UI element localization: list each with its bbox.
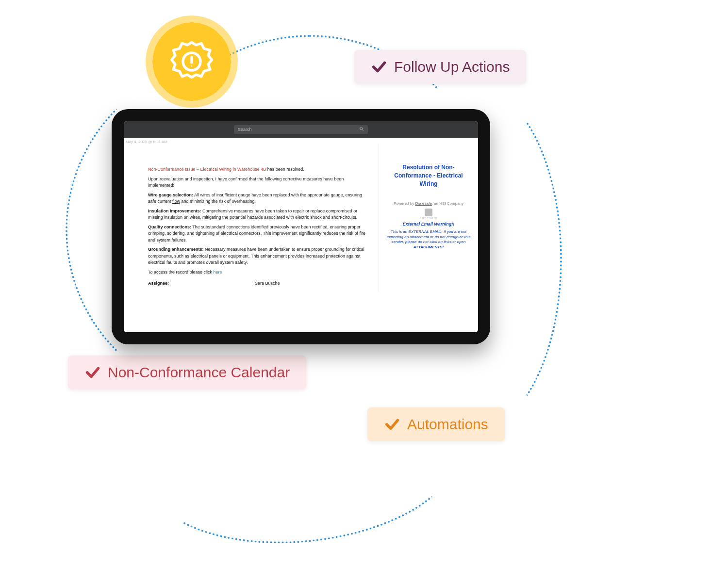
access-record-link[interactable]: here [214, 270, 222, 275]
nonconformance-calendar-card: Non-Conformance Calendar [68, 356, 306, 389]
shield-icon [425, 209, 432, 216]
title-line-2: Conformance - Electrical [394, 172, 463, 179]
gear-alert-icon [170, 40, 214, 83]
insulation-paragraph: Insulation improvements: Comprehensive m… [148, 208, 369, 221]
timestamp: May 4, 2023 @ 8:31 AM [124, 138, 478, 144]
assignee-row: Assignee: Sara Busche [148, 280, 369, 287]
insulation-label: Insulation improvements: [148, 209, 201, 213]
intro-line: Upon reevaluation and inspection, I have… [148, 176, 369, 189]
followup-actions-label: Follow Up Actions [394, 59, 510, 75]
title-line-3: Wiring [419, 180, 437, 187]
wire-gauge-paragraph: Wire gauge selection: All wires of insuf… [148, 192, 369, 205]
nonconformance-calendar-label: Non-Conformance Calendar [108, 364, 290, 381]
email-body: Non-Conformance Issue – Electrical Wirin… [124, 144, 379, 292]
wire-gauge-body-2: and minimizing the risk of overheating. [180, 199, 256, 204]
attachments-word: ATTACHMENTS! [414, 245, 444, 249]
access-record-line: To access the record please click here [148, 269, 369, 276]
external-email-warning-prefix: This is an EXTERNAL EMAIL. If you are no… [387, 229, 471, 244]
check-icon [84, 364, 101, 381]
app-topbar: Search [124, 121, 478, 138]
check-icon [384, 416, 400, 433]
powered-prefix: Powered by [394, 201, 415, 206]
assignee-label: Assignee: [148, 280, 255, 287]
donesafe-link[interactable]: Donesafe [415, 201, 431, 206]
brand-small-text: donesafe [385, 216, 472, 220]
quality-label: Quality connections: [148, 225, 191, 229]
dotted-arc-bottom [138, 367, 468, 558]
resolution-title: Resolution of Non- Conformance - Electri… [385, 163, 472, 188]
search-icon[interactable] [359, 127, 364, 132]
automations-label: Automations [407, 416, 488, 433]
check-icon [371, 59, 387, 75]
flow-word: flow [172, 199, 180, 204]
powered-by-line: Powered by Donesafe, an HSI Company [385, 201, 472, 206]
email-sidebar: Resolution of Non- Conformance - Electri… [379, 144, 478, 292]
tablet-frame: Search May 4, 2023 @ 8:31 AM Non-Conform… [112, 109, 490, 344]
assignee-value: Sara Busche [255, 280, 280, 287]
grounding-label: Grounding enhancements: [148, 247, 204, 252]
access-prefix: To access the record please click [148, 270, 214, 275]
search-placeholder: Search [238, 127, 252, 132]
svg-point-3 [191, 65, 193, 67]
gear-alert-badge [146, 16, 238, 108]
wire-gauge-label: Wire gauge selection: [148, 193, 193, 197]
svg-point-4 [360, 128, 363, 130]
tablet-screen: Search May 4, 2023 @ 8:31 AM Non-Conform… [124, 121, 478, 332]
followup-actions-card: Follow Up Actions [354, 50, 526, 84]
issue-status-line: Non-Conformance Issue – Electrical Wirin… [148, 166, 369, 173]
svg-line-5 [362, 129, 364, 131]
external-email-warning-body: This is an EXTERNAL EMAIL. If you are no… [385, 229, 472, 250]
issue-status: has been resolved. [266, 167, 304, 172]
external-email-warning-title: External Email Warning!! [385, 222, 472, 226]
search-input[interactable]: Search [234, 125, 368, 134]
quality-paragraph: Quality connections: The substandard con… [148, 224, 369, 244]
grounding-paragraph: Grounding enhancements: Necessary measur… [148, 246, 369, 266]
automations-card: Automations [367, 407, 505, 441]
powered-suffix: , an HSI Company [432, 201, 463, 206]
issue-name: Non-Conformance Issue – Electrical Wirin… [148, 167, 266, 172]
title-line-1: Resolution of Non- [402, 164, 454, 171]
